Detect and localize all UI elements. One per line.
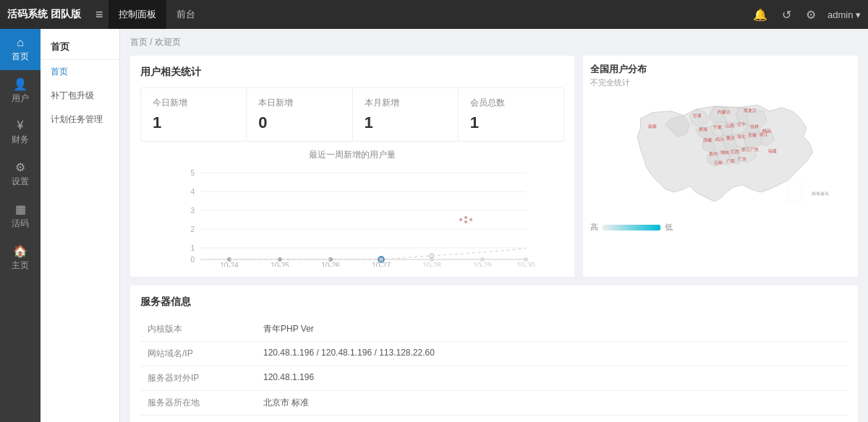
stats-map-row: 用户相关统计 今日新增 1 本日新增 0 本月新增 1 会员 xyxy=(130,56,858,277)
server-row-value: 120.48.1.196 xyxy=(256,366,848,391)
settings-icon[interactable]: ⚙ xyxy=(803,8,819,22)
server-row-1: 网站域名/IP120.48.1.196 / 120.48.1.196 / 113… xyxy=(140,342,848,366)
server-row-label: 网站域名/IP xyxy=(140,342,256,366)
nav-link-dashboard[interactable]: 控制面板 xyxy=(109,0,166,29)
server-row-value: 北京市 标准 xyxy=(256,391,848,415)
user-icon: 👤 xyxy=(3,77,38,91)
svg-text:青海: 青海 xyxy=(699,127,707,132)
svg-text:四川: 四川 xyxy=(715,137,724,142)
sidebar-label-main: 主页 xyxy=(12,260,29,270)
svg-text:10-26: 10-26 xyxy=(321,262,340,267)
svg-text:云南: 云南 xyxy=(715,160,723,165)
stat-label-total: 会员总数 xyxy=(470,97,552,109)
home-icon: ⌂ xyxy=(3,36,38,49)
server-row-label: ThinkPHP版本 / PHP版本 xyxy=(140,415,256,423)
legend-bar xyxy=(603,225,660,231)
sidebar-label-home: 首页 xyxy=(12,51,29,61)
svg-text:贵州: 贵州 xyxy=(709,152,718,157)
svg-text:2: 2 xyxy=(190,225,195,233)
server-row-value: THINKPHP 3.2.2 / PHP 5.6.40 xyxy=(256,415,848,423)
stat-card-monthly: 本月新增 1 xyxy=(353,88,459,141)
finance-icon: ¥ xyxy=(3,119,38,132)
gear-icon: ⚙ xyxy=(3,160,38,174)
svg-text:黑龙江: 黑龙江 xyxy=(744,109,757,113)
sub-sidebar: 首页 首页 补丁包升级 计划任务管理 xyxy=(41,29,120,422)
svg-text:10-29: 10-29 xyxy=(473,262,492,267)
map-subtitle: 不完全统计 xyxy=(590,77,851,88)
main-content: 首页 / 欢迎页 用户相关统计 今日新增 1 本日新增 0 xyxy=(120,29,868,422)
svg-text:安徽: 安徽 xyxy=(748,133,757,138)
admin-label[interactable]: admin ▾ xyxy=(827,9,861,20)
svg-text:江西: 江西 xyxy=(731,150,739,154)
svg-point-29 xyxy=(464,216,467,219)
svg-text:10-30: 10-30 xyxy=(516,262,535,267)
sidebar-label-user: 用户 xyxy=(12,93,29,103)
chart-section: 最近一周新增的用户量 5 4 xyxy=(140,149,564,267)
sidebar-label-settings: 设置 xyxy=(12,176,29,186)
svg-text:10-24: 10-24 xyxy=(220,262,239,267)
sidebar-label-code: 活码 xyxy=(12,218,29,228)
qrcode-icon: ▦ xyxy=(3,202,38,216)
svg-text:广西: 广西 xyxy=(727,158,736,163)
svg-text:4: 4 xyxy=(190,188,195,196)
stat-value-monthly: 1 xyxy=(365,113,446,132)
sidebar-item-finance[interactable]: ¥ 财务 xyxy=(0,112,41,153)
sidebar-item-settings[interactable]: ⚙ 设置 xyxy=(0,153,41,195)
svg-text:辽宁: 辽宁 xyxy=(737,121,746,126)
top-nav-links: 控制面板 前台 xyxy=(109,0,205,29)
svg-text:福建: 福建 xyxy=(768,149,777,153)
sidebar-label-finance: 财务 xyxy=(12,134,29,145)
chart-container: 5 4 3 2 1 0 10-24 10-25 10-2 xyxy=(140,165,564,267)
svg-text:3: 3 xyxy=(190,207,195,215)
svg-text:宁夏: 宁夏 xyxy=(713,124,722,129)
svg-text:西藏: 西藏 xyxy=(703,138,712,142)
server-info-table: 内核版本青年PHP Ver网站域名/IP120.48.1.196 / 120.4… xyxy=(140,317,848,422)
stat-card-daily: 本日新增 0 xyxy=(247,88,352,141)
legend-label-low: 低 xyxy=(665,222,673,233)
breadcrumb-sep: / xyxy=(150,37,155,47)
sub-item-home[interactable]: 首页 xyxy=(41,60,119,84)
refresh-icon[interactable]: ↺ xyxy=(779,8,794,22)
main-layout: ⌂ 首页 👤 用户 ¥ 财务 ⚙ 设置 ▦ 活码 🏠 主页 首页 首页 补丁包升… xyxy=(0,29,868,422)
sub-sidebar-title: 首页 xyxy=(41,35,119,60)
svg-text:新疆: 新疆 xyxy=(648,124,657,129)
stat-value-today: 1 xyxy=(153,113,234,132)
breadcrumb-home[interactable]: 首页 xyxy=(130,37,148,47)
stat-label-daily: 本日新增 xyxy=(258,97,340,109)
svg-text:浙江广东: 浙江广东 xyxy=(741,147,759,152)
sub-item-patch[interactable]: 补丁包升级 xyxy=(41,84,119,108)
sidebar-item-main[interactable]: 🏠 主页 xyxy=(0,237,41,279)
china-map-svg: 新疆 甘肃 内蒙古 黑龙江 青海 宁夏 山西 辽宁 吉林 精品 西藏 四川 重庆… xyxy=(590,94,851,217)
svg-text:南海诸岛: 南海诸岛 xyxy=(812,191,829,196)
server-row-label: 服务器对外IP xyxy=(140,366,256,391)
svg-text:吉林: 吉林 xyxy=(750,124,759,129)
svg-text:湖南: 湖南 xyxy=(720,150,729,155)
main-icon: 🏠 xyxy=(3,244,38,258)
svg-text:10-25: 10-25 xyxy=(271,262,289,267)
legend-label-high: 高 xyxy=(590,222,598,233)
notification-icon[interactable]: 🔔 xyxy=(750,8,770,22)
svg-text:0: 0 xyxy=(190,256,195,264)
stat-value-daily: 0 xyxy=(258,113,340,132)
sidebar-item-user[interactable]: 👤 用户 xyxy=(0,70,41,112)
stats-col: 用户相关统计 今日新增 1 本日新增 0 本月新增 1 会员 xyxy=(130,56,574,277)
hamburger-icon[interactable]: ≡ xyxy=(95,7,103,22)
sidebar-item-code[interactable]: ▦ 活码 xyxy=(0,195,41,237)
nav-link-frontend[interactable]: 前台 xyxy=(166,0,205,29)
server-row-value: 120.48.1.196 / 120.48.1.196 / 113.128.22… xyxy=(256,342,848,366)
server-row-label: 内核版本 xyxy=(140,317,256,342)
breadcrumb: 首页 / 欢迎页 xyxy=(130,36,858,48)
stat-card-today: 今日新增 1 xyxy=(141,88,247,141)
map-title: 全国用户分布 xyxy=(590,63,851,76)
sub-item-task[interactable]: 计划任务管理 xyxy=(41,108,119,132)
server-row-3: 服务器所在地北京市 标准 xyxy=(140,391,848,415)
server-row-value: 青年PHP Ver xyxy=(256,317,848,342)
chart-title: 最近一周新增的用户量 xyxy=(140,149,564,161)
sidebar-item-home[interactable]: ⌂ 首页 xyxy=(0,29,41,70)
svg-text:1: 1 xyxy=(190,244,195,252)
svg-text:广东: 广东 xyxy=(738,156,746,161)
svg-point-27 xyxy=(430,254,434,258)
map-legend: 高 低 xyxy=(590,222,851,233)
svg-text:浙江: 浙江 xyxy=(760,132,768,137)
svg-text:5: 5 xyxy=(190,169,195,177)
